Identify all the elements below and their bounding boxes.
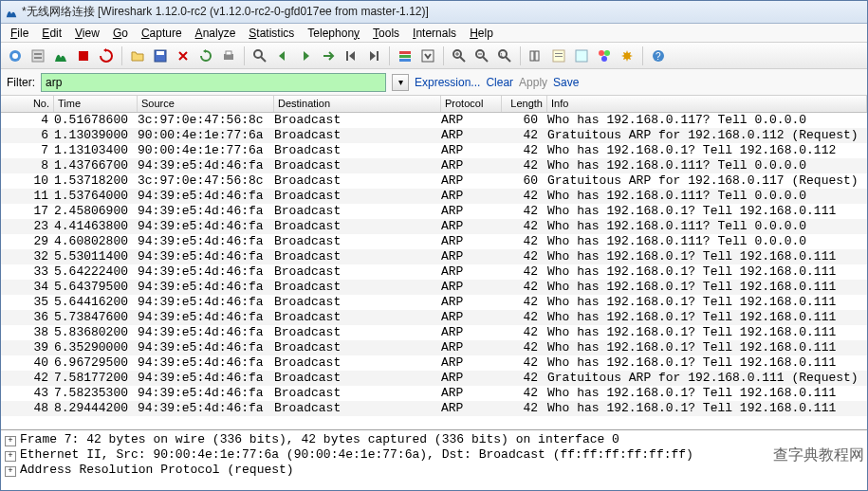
svg-line-26 [506, 57, 510, 62]
menu-statistics[interactable]: Statistics [243, 25, 300, 42]
restart-capture-icon[interactable] [96, 45, 117, 66]
col-info[interactable]: Info [547, 96, 867, 112]
col-length[interactable]: Length [502, 96, 547, 112]
svg-rect-15 [399, 55, 411, 58]
packet-row[interactable]: 294.6080280094:39:e5:4d:46:faBroadcastAR… [1, 234, 867, 249]
packet-row[interactable]: 61.1303900090:00:4e:1e:77:6aBroadcastARP… [1, 128, 867, 143]
find-icon[interactable] [249, 45, 270, 66]
packet-row[interactable]: 365.7384760094:39:e5:4d:46:faBroadcastAR… [1, 310, 867, 325]
go-first-icon[interactable] [341, 45, 361, 66]
print-icon[interactable] [218, 45, 239, 66]
tree-item[interactable]: +Ethernet II, Src: 90:00:4e:1e:77:6a (90… [5, 447, 867, 463]
start-capture-icon[interactable] [50, 45, 71, 66]
go-forward-icon[interactable] [295, 45, 316, 66]
svg-rect-16 [399, 59, 411, 62]
tree-item[interactable]: +Frame 7: 42 bytes on wire (336 bits), 4… [5, 432, 867, 447]
packet-row[interactable]: 437.5823530094:39:e5:4d:46:faBroadcastAR… [1, 386, 867, 401]
zoom-out-icon[interactable] [471, 45, 492, 66]
filter-input-container[interactable] [41, 73, 386, 92]
svg-rect-29 [535, 51, 539, 61]
expand-icon[interactable]: + [5, 451, 16, 462]
save-button[interactable]: Save [553, 76, 579, 89]
menu-capture[interactable]: Capture [136, 25, 188, 42]
packet-details-pane[interactable]: +Frame 7: 42 bytes on wire (336 bits), 4… [1, 429, 867, 484]
col-source[interactable]: Source [138, 96, 274, 112]
svg-point-34 [599, 50, 604, 56]
menu-edit[interactable]: Edit [36, 25, 67, 42]
svg-rect-2 [32, 50, 44, 62]
packet-row[interactable]: 488.2944420094:39:e5:4d:46:faBroadcastAR… [1, 401, 867, 416]
svg-line-11 [261, 57, 266, 62]
menu-help[interactable]: Help [464, 25, 499, 42]
packet-row[interactable]: 40.516786003c:97:0e:47:56:8cBroadcastARP… [1, 113, 867, 128]
packet-row[interactable]: 355.6441620094:39:e5:4d:46:faBroadcastAR… [1, 295, 867, 310]
zoom-100-icon[interactable]: 1 [494, 45, 515, 66]
interfaces-icon[interactable] [5, 45, 26, 66]
menu-file[interactable]: File [5, 25, 34, 42]
close-file-icon[interactable] [173, 45, 194, 66]
expand-icon[interactable]: + [5, 466, 16, 477]
clear-button[interactable]: Clear [486, 76, 513, 89]
packet-row[interactable]: 71.1310340090:00:4e:1e:77:6aBroadcastARP… [1, 143, 867, 158]
svg-line-23 [483, 57, 488, 62]
packet-row[interactable]: 111.5376400094:39:e5:4d:46:faBroadcastAR… [1, 189, 867, 204]
col-proto[interactable]: Protocol [441, 96, 502, 112]
app-icon [5, 6, 18, 19]
apply-button[interactable]: Apply [519, 76, 547, 89]
expand-icon[interactable]: + [5, 436, 16, 446]
coloring-rules-icon[interactable] [594, 45, 615, 66]
capture-filters-icon[interactable] [548, 45, 569, 66]
packet-row[interactable]: 81.4376670094:39:e5:4d:46:faBroadcastARP… [1, 158, 867, 173]
packet-row[interactable]: 335.6422240094:39:e5:4d:46:faBroadcastAR… [1, 264, 867, 280]
preferences-icon[interactable] [617, 45, 637, 66]
display-filters-icon[interactable] [571, 45, 592, 66]
resize-columns-icon[interactable] [526, 45, 546, 66]
expression-button[interactable]: Expression... [415, 76, 480, 89]
options-icon[interactable] [28, 45, 48, 66]
menu-telephony[interactable]: Telephony [302, 25, 365, 42]
packet-row[interactable]: 345.6437950094:39:e5:4d:46:faBroadcastAR… [1, 280, 867, 295]
svg-rect-7 [157, 51, 164, 55]
save-file-icon[interactable] [150, 45, 171, 66]
svg-rect-28 [530, 51, 534, 61]
packet-list-header: No. Time Source Destination Protocol Len… [1, 96, 867, 113]
window-titlebar: *无线网络连接 [Wireshark 1.12.0-rc2 (v1.12.0-r… [1, 1, 867, 24]
packet-row[interactable]: 101.537182003c:97:0e:47:56:8cBroadcastAR… [1, 173, 867, 189]
reload-icon[interactable] [195, 45, 216, 66]
go-to-packet-icon[interactable] [318, 45, 339, 66]
svg-rect-33 [576, 50, 587, 62]
svg-rect-32 [555, 56, 563, 57]
svg-point-10 [254, 50, 262, 58]
packet-row[interactable]: 427.5817720094:39:e5:4d:46:faBroadcastAR… [1, 371, 867, 386]
tree-item[interactable]: +Address Resolution Protocol (request) [5, 463, 867, 478]
go-last-icon[interactable] [363, 45, 384, 66]
menu-view[interactable]: View [69, 25, 105, 42]
menu-analyze[interactable]: Analyze [190, 25, 242, 42]
packet-row[interactable]: 396.3529000094:39:e5:4d:46:faBroadcastAR… [1, 340, 867, 355]
display-filter-input[interactable] [42, 76, 385, 89]
auto-scroll-icon[interactable] [417, 45, 438, 66]
menu-internals[interactable]: Internals [407, 25, 462, 42]
col-no[interactable]: No. [1, 96, 54, 112]
go-back-icon[interactable] [272, 45, 293, 66]
help-icon[interactable]: ? [648, 45, 669, 66]
packet-row[interactable]: 234.4146380094:39:e5:4d:46:faBroadcastAR… [1, 219, 867, 234]
zoom-in-icon[interactable] [449, 45, 470, 66]
packet-row[interactable]: 325.5301140094:39:e5:4d:46:faBroadcastAR… [1, 249, 867, 264]
filter-label: Filter: [7, 76, 35, 89]
colorize-icon[interactable] [395, 45, 416, 66]
packet-row[interactable]: 172.4580690094:39:e5:4d:46:faBroadcastAR… [1, 204, 867, 219]
col-dest[interactable]: Destination [274, 96, 441, 112]
open-file-icon[interactable] [127, 45, 148, 66]
filter-dropdown-button[interactable]: ▾ [392, 74, 409, 91]
main-toolbar: 1 ? [1, 43, 867, 69]
svg-line-19 [460, 57, 465, 62]
menu-go[interactable]: Go [107, 25, 134, 42]
svg-point-1 [12, 53, 18, 59]
packet-list[interactable]: 40.516786003c:97:0e:47:56:8cBroadcastARP… [1, 113, 867, 429]
packet-row[interactable]: 406.9672950094:39:e5:4d:46:faBroadcastAR… [1, 355, 867, 371]
menu-tools[interactable]: Tools [367, 25, 405, 42]
stop-capture-icon[interactable] [73, 45, 94, 66]
col-time[interactable]: Time [54, 96, 138, 112]
packet-row[interactable]: 385.8368020094:39:e5:4d:46:faBroadcastAR… [1, 325, 867, 340]
